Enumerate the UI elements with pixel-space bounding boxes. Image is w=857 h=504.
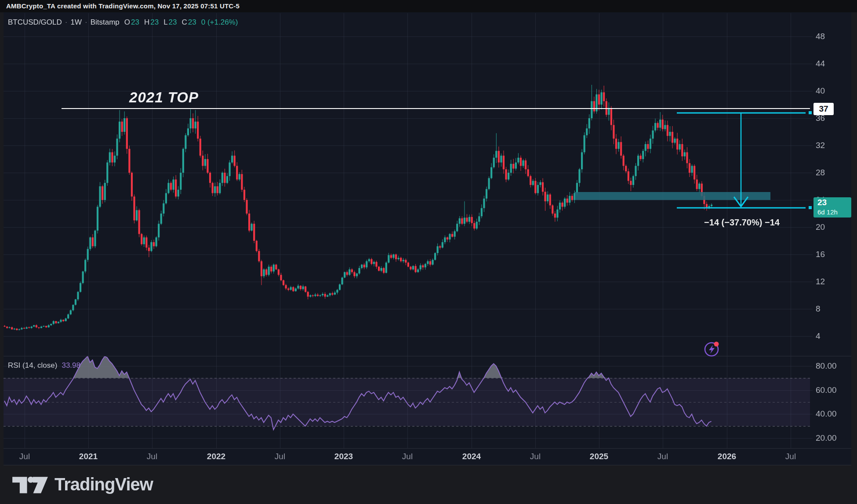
- legend-separator: ·: [85, 18, 87, 26]
- axis-marker-bottom: [809, 206, 812, 209]
- ohlc-value: 23: [131, 18, 139, 26]
- ohlc-key: O: [124, 18, 130, 26]
- exchange-name[interactable]: Bitstamp: [91, 18, 120, 26]
- rsi-title[interactable]: RSI (14, close): [8, 361, 57, 370]
- price-tick-label: 32: [816, 141, 825, 150]
- current-price-label: 23 6d 12h: [813, 197, 851, 218]
- price-tick-label: 40: [816, 86, 825, 96]
- symbol-legend: BTCUSD/GOLD·1W·BitstampO23H23L23C230 (+1…: [8, 18, 238, 27]
- ohlc-value: 23: [169, 18, 177, 26]
- time-tick-label: Jul: [657, 452, 668, 461]
- price-tick-label: 8: [816, 304, 821, 314]
- attribution-bar: AMBCrypto_TA created with TradingView.co…: [0, 0, 857, 12]
- ohlc-values: O23H23L23C23: [120, 18, 196, 26]
- ohlc-key: C: [182, 18, 187, 26]
- change-value: 0 (+1.26%): [201, 18, 238, 26]
- axis-marker-top: [809, 111, 812, 114]
- tradingview-logo-icon[interactable]: [12, 473, 48, 496]
- ohlc-key: L: [163, 18, 167, 26]
- interval-value[interactable]: 1W: [70, 18, 82, 26]
- rsi-tick-label: 20.00: [816, 433, 837, 443]
- chart-canvas[interactable]: [0, 0, 857, 504]
- ohlc-key: H: [144, 18, 149, 26]
- price-line-label-value: 37: [819, 104, 828, 113]
- time-tick-label: Jul: [147, 452, 157, 461]
- price-tick-label: 12: [816, 277, 825, 286]
- symbol-name[interactable]: BTCUSD/GOLD: [8, 18, 62, 26]
- time-tick-label: 2024: [462, 452, 481, 461]
- time-tick-label: 2021: [79, 452, 98, 461]
- price-tick-label: 44: [816, 59, 825, 69]
- footer: TradingView: [12, 471, 153, 497]
- rsi-tick-label: 80.00: [816, 361, 837, 371]
- candle-countdown: 6d 12h: [817, 208, 851, 216]
- pane-separator[interactable]: [4, 356, 851, 356]
- time-axis-separator: [4, 448, 851, 449]
- time-tick-label: Jul: [530, 452, 541, 461]
- rsi-legend: RSI (14, close)33.98: [8, 361, 80, 370]
- price-tick-label: 48: [816, 32, 825, 41]
- chart-bottom-border: [4, 465, 851, 465]
- attribution-text: AMBCrypto_TA created with TradingView.co…: [6, 2, 240, 10]
- price-tick-label: 16: [816, 250, 825, 259]
- tradingview-wordmark[interactable]: TradingView: [54, 475, 153, 494]
- time-tick-label: Jul: [402, 452, 413, 461]
- measurement-result-label[interactable]: −14 (−37.70%) −14: [704, 218, 780, 228]
- time-tick-label: Jul: [275, 452, 285, 461]
- lightning-ideas-icon[interactable]: [703, 340, 721, 358]
- price-line-label-37: 37: [813, 103, 834, 115]
- time-tick-label: 2023: [334, 452, 353, 461]
- time-tick-label: 2026: [718, 452, 736, 461]
- rsi-tick-label: 40.00: [816, 409, 837, 419]
- legend-separator: ·: [65, 18, 68, 26]
- ohlc-value: 23: [150, 18, 159, 26]
- time-tick-label: 2022: [207, 452, 225, 461]
- time-tick-label: Jul: [19, 452, 30, 461]
- tradingview-chart-screenshot: AMBCrypto_TA created with TradingView.co…: [0, 0, 857, 504]
- annotation-2021-top-label[interactable]: 2021 TOP: [129, 89, 199, 106]
- ohlc-value: 23: [188, 18, 196, 26]
- price-tick-label: 20: [816, 222, 825, 232]
- current-price-value: 23: [817, 197, 851, 208]
- time-tick-label: Jul: [785, 452, 796, 461]
- price-tick-label: 4: [816, 331, 821, 341]
- rsi-tick-label: 60.00: [816, 385, 837, 395]
- lightning-icon-graphic: [703, 340, 721, 358]
- time-tick-label: 2025: [590, 452, 608, 461]
- price-tick-label: 28: [816, 168, 825, 178]
- rsi-value: 33.98: [62, 361, 80, 370]
